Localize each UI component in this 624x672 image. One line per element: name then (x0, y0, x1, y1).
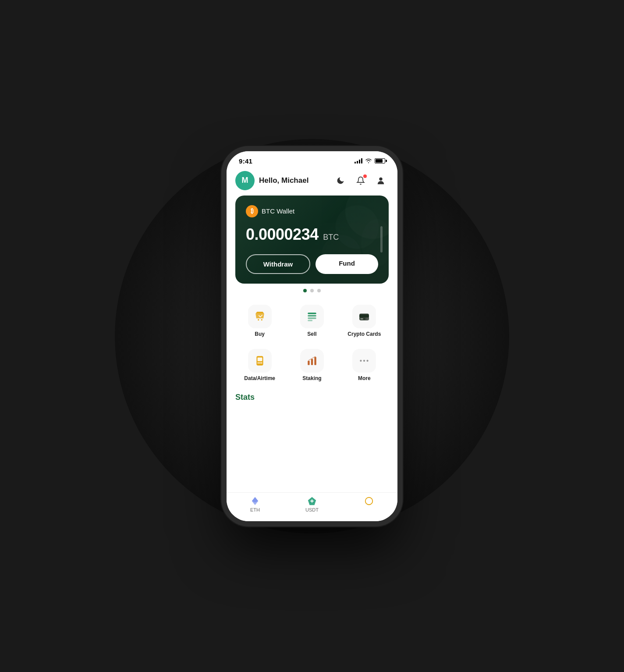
eth-nav-label: ETH (250, 507, 260, 512)
profile-button[interactable] (373, 173, 389, 188)
usdt-nav-icon (307, 496, 317, 506)
slide-dot-3[interactable] (317, 289, 321, 292)
status-icons (355, 158, 385, 164)
status-bar: 9:41 (227, 151, 397, 167)
nav-eth[interactable]: ETH (227, 496, 284, 512)
withdraw-button[interactable]: Withdraw (246, 254, 310, 274)
svg-point-24 (360, 360, 362, 362)
data-icon-wrap (248, 349, 272, 373)
svg-rect-9 (308, 317, 316, 319)
action-data-airtime[interactable]: Data/Airtime (234, 345, 286, 386)
signal-icon (355, 158, 362, 164)
notification-button[interactable] (353, 173, 369, 188)
svg-rect-20 (261, 362, 262, 363)
svg-rect-22 (311, 359, 313, 365)
nav-other[interactable] (340, 496, 397, 512)
notification-dot (363, 174, 367, 178)
stats-section: Stats (227, 386, 397, 402)
buy-label: Buy (255, 331, 265, 338)
eth-nav-icon (250, 496, 260, 506)
svg-point-6 (261, 319, 262, 320)
svg-rect-8 (308, 315, 316, 316)
other-nav-icon (364, 496, 374, 506)
svg-rect-18 (257, 362, 259, 363)
avatar: M (235, 171, 255, 190)
cards-icon-wrap (352, 305, 376, 328)
svg-point-0 (379, 177, 382, 180)
action-more[interactable]: More (338, 345, 390, 386)
wifi-icon (365, 158, 372, 164)
wallet-card: ₿ BTC Wallet 0.0000234 BTC Withdraw Fund (235, 196, 389, 284)
wallet-balance-row: 0.0000234 BTC (246, 225, 378, 244)
svg-rect-21 (308, 361, 309, 365)
wallet-currency: BTC (323, 233, 339, 242)
quick-actions: Buy Sell (227, 294, 397, 386)
card-buttons: Withdraw Fund (246, 254, 378, 274)
svg-point-5 (258, 319, 259, 320)
bottom-nav: ETH USDT (227, 492, 397, 521)
header: M Hello, Michael (227, 167, 397, 196)
action-staking[interactable]: Staking (286, 345, 338, 386)
phone-frame: 9:41 M Hello, Michael (227, 151, 397, 521)
svg-rect-13 (361, 318, 364, 319)
status-time: 9:41 (239, 157, 252, 165)
cards-label: Crypto Cards (347, 331, 381, 338)
sell-icon (306, 311, 318, 322)
svg-rect-19 (259, 362, 260, 363)
staking-label: Staking (302, 375, 321, 382)
wallet-card-top: ₿ BTC Wallet (246, 205, 378, 217)
card-side-strip (380, 226, 383, 252)
staking-icon-wrap (300, 349, 324, 373)
sell-icon-wrap (300, 305, 324, 328)
more-label: More (358, 375, 371, 382)
more-icon-wrap (352, 349, 376, 373)
svg-rect-10 (308, 320, 312, 321)
scroll-content[interactable]: M Hello, Michael (227, 167, 397, 521)
wallet-area: ₿ BTC Wallet 0.0000234 BTC Withdraw Fund (227, 196, 397, 284)
slide-dot-1[interactable] (303, 289, 307, 292)
svg-rect-12 (359, 315, 369, 316)
data-airtime-label: Data/Airtime (244, 375, 275, 382)
svg-rect-7 (308, 313, 316, 314)
buy-icon (254, 311, 266, 322)
usdt-nav-label: USDT (305, 507, 319, 512)
action-sell[interactable]: Sell (286, 301, 338, 341)
svg-point-25 (363, 360, 365, 362)
nav-usdt[interactable]: USDT (284, 496, 340, 512)
more-icon (358, 355, 370, 366)
btc-icon: ₿ (246, 205, 258, 217)
header-icons (333, 173, 389, 188)
stats-title: Stats (235, 393, 389, 402)
svg-rect-23 (314, 357, 316, 365)
battery-icon (375, 158, 385, 164)
staking-icon (306, 355, 318, 366)
sell-label: Sell (307, 331, 316, 338)
slide-dots (227, 284, 397, 294)
action-crypto-cards[interactable]: Crypto Cards (338, 301, 390, 341)
fund-button[interactable]: Fund (316, 254, 378, 274)
dark-mode-button[interactable] (333, 173, 348, 188)
crypto-cards-icon (358, 311, 370, 322)
greeting-text: Hello, Michael (259, 176, 328, 185)
svg-point-26 (367, 360, 369, 362)
data-airtime-icon (254, 355, 266, 366)
svg-rect-17 (257, 358, 262, 362)
wallet-balance: 0.0000234 (246, 225, 319, 243)
buy-icon-wrap (248, 305, 272, 328)
svg-point-15 (367, 317, 370, 320)
slide-dot-2[interactable] (310, 289, 314, 292)
actions-grid: Buy Sell (234, 301, 390, 386)
action-buy[interactable]: Buy (234, 301, 286, 341)
wallet-label: BTC Wallet (262, 207, 294, 215)
